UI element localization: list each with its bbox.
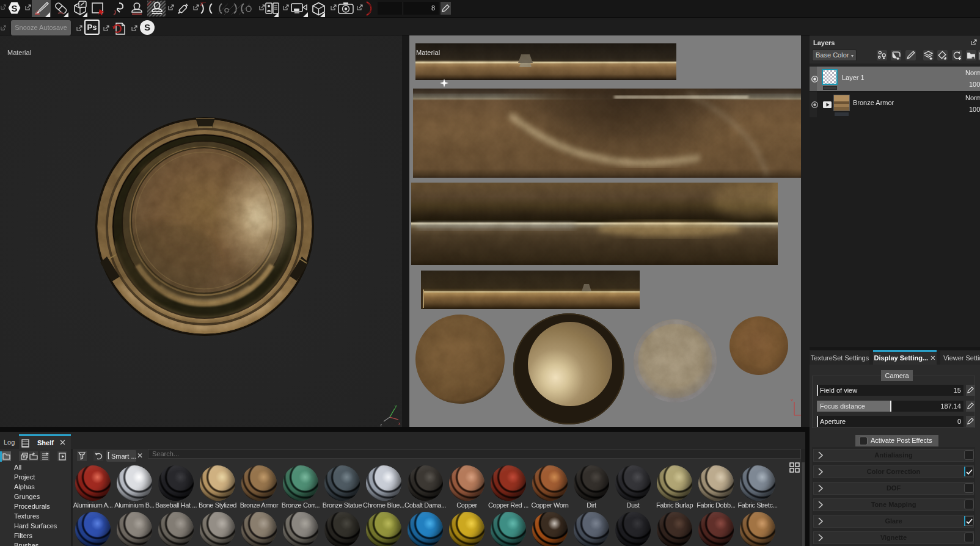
svg-text:Material: Material <box>416 49 440 56</box>
svg-text:S: S <box>11 3 17 13</box>
svg-text:y: y <box>395 404 397 409</box>
svg-text:v: v <box>791 397 793 402</box>
svg-text:x: x <box>398 421 401 426</box>
svg-text:z: z <box>380 423 382 427</box>
svg-text:Material: Material <box>7 49 31 56</box>
